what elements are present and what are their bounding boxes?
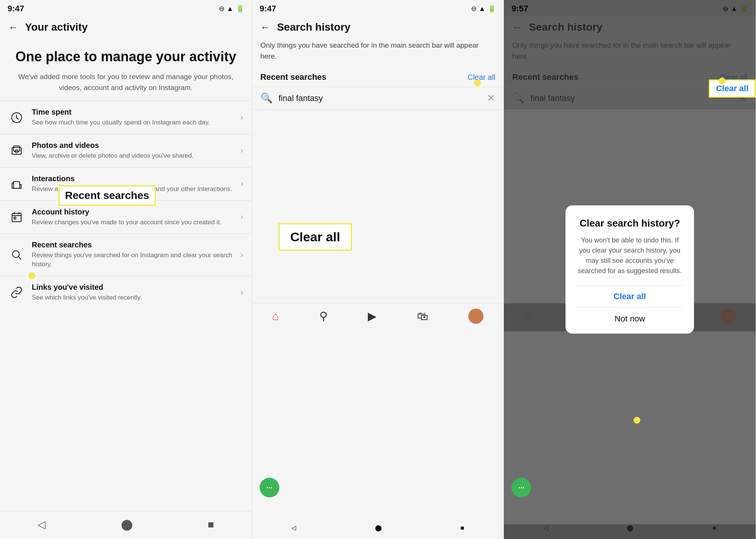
search-entry-row: 🔍 final fantasy ✕ [252,87,504,110]
annotation-dot-3-bottom [634,417,640,424]
dialog-body: You won't be able to undo this. If you c… [576,235,683,276]
recents-nav-icon[interactable]: ■ [208,519,214,531]
chevron-right-icon: › [240,146,243,155]
recent-searches-title: Recent searches [32,241,237,249]
time-spent-sub: See how much time you usually spend on I… [32,118,237,127]
status-bar-1: 9:47 ⊖ ▲ 🔋 [0,0,252,16]
dialog-title: Clear search history? [576,217,683,229]
chevron-right-icon: › [240,179,243,189]
chevron-right-icon: › [240,250,243,260]
menu-item-links-visited[interactable]: Links you've visited See which links you… [0,276,252,309]
clear-history-dialog: Clear search history? You won't be able … [565,205,694,334]
status-wifi-icon: ▲ [479,5,486,13]
svg-line-11 [19,257,21,259]
search-clear-icon[interactable]: ✕ [487,92,495,104]
recent-searches-sub: Review things you've searched for on Ins… [32,251,237,269]
panel-your-activity: 9:47 ⊖ ▲ 🔋 ← Your activity One place to … [0,0,252,539]
status-wifi-icon: ▲ [227,5,234,13]
time-spent-title: Time spent [32,108,237,116]
svg-rect-2 [14,146,20,151]
hero-section: One place to manage your activity We've … [0,37,252,101]
links-visited-title: Links you've visited [32,283,237,292]
top-nav-2: ← Search history [252,16,504,37]
system-nav-2: ◁ ⬤ ■ [252,524,504,539]
annotation-dot-3-top [719,78,725,84]
floating-green-btn-2[interactable]: ··· [260,478,279,497]
status-icons-2: ⊖ ▲ 🔋 [471,5,496,13]
photos-videos-sub: View, archive or delete photos and video… [32,151,237,160]
shop-tab-icon[interactable]: 🛍 [417,310,428,323]
annotation-clear-all-p2: Clear all [279,223,352,251]
dialog-cancel-button[interactable]: Not now [576,308,683,330]
nav-title-2: Search history [277,21,351,33]
status-time-2: 9:47 [260,4,276,14]
calendar-icon [8,209,25,225]
photos-icon [8,142,25,159]
home-nav-icon[interactable]: ⬤ [121,518,133,531]
chevron-right-icon: › [240,113,243,123]
status-bar-2: 9:47 ⊖ ▲ 🔋 [252,0,504,16]
interactions-title: Interactions [32,174,237,183]
link-icon [8,284,25,301]
bottom-nav-1: ◁ ⬤ ■ [0,511,252,539]
annotation-clear-top: Clear all [709,79,756,98]
clear-all-button-2[interactable]: Clear all [468,73,495,82]
status-time-1: 9:47 [8,4,24,14]
search-entry-text: final fantasy [279,93,487,103]
section-header-2: Recent searches Clear all [252,68,504,87]
back-button-2[interactable]: ← [260,22,270,33]
panel2-description: Only things you have searched for in the… [252,37,504,68]
search-tab-icon[interactable]: ⚲ [319,309,328,323]
panel-search-history-dialog: 9:57 ⊖ ▲ 🔋 ← Search history Only things … [504,0,756,539]
status-battery-icon: 🔋 [236,5,244,13]
menu-item-photos-videos[interactable]: Photos and videos View, archive or delet… [0,134,252,167]
hero-subtitle: We've added more tools for you to review… [10,71,242,93]
section-title-2: Recent searches [260,72,327,82]
chevron-right-icon: › [240,212,243,222]
account-history-title: Account history [32,208,237,216]
bottom-nav-2: ⌂ ⚲ ▶ 🛍 [252,303,504,331]
account-history-sub: Review changes you've made to your accou… [32,218,237,227]
back-sys-icon[interactable]: ◁ [291,524,296,531]
svg-rect-9 [14,217,16,219]
interactions-icon [8,176,25,192]
status-signal-icon: ⊖ [471,5,477,13]
dialog-clear-button[interactable]: Clear all [576,285,683,308]
svg-rect-5 [12,213,21,222]
svg-point-10 [12,251,19,258]
annotation-recent-searches: Recent searches [59,185,156,206]
back-button-1[interactable]: ← [8,22,18,33]
menu-item-time-spent[interactable]: Time spent See how much time you usually… [0,101,252,134]
recents-sys-icon[interactable]: ■ [460,525,464,531]
svg-rect-4 [14,182,20,188]
nav-title-1: Your activity [25,21,88,33]
chevron-right-icon: › [240,287,243,297]
annotation-dot-1 [28,272,35,279]
links-visited-sub: See which links you've visited recently. [32,293,237,302]
back-nav-icon[interactable]: ◁ [37,518,46,531]
status-icons-1: ⊖ ▲ 🔋 [219,5,244,13]
search-row-icon: 🔍 [260,92,273,104]
status-signal-icon: ⊖ [219,5,225,13]
photos-videos-title: Photos and videos [32,141,237,150]
menu-item-recent-searches[interactable]: Recent searches Review things you've sea… [0,233,252,276]
profile-avatar-2[interactable] [468,309,483,324]
floating-green-btn-3[interactable]: ··· [511,478,531,497]
top-nav-1: ← Your activity [0,16,252,37]
panel-search-history: 9:47 ⊖ ▲ 🔋 ← Search history Only things … [252,0,504,539]
reels-tab-icon[interactable]: ▶ [368,309,376,323]
clock-icon [8,109,25,126]
home-sys-icon[interactable]: ⬤ [375,524,382,531]
search-menu-icon [8,247,25,263]
status-battery-icon: 🔋 [488,5,496,13]
hero-title: One place to manage your activity [10,48,242,65]
home-tab-icon[interactable]: ⌂ [272,310,279,323]
